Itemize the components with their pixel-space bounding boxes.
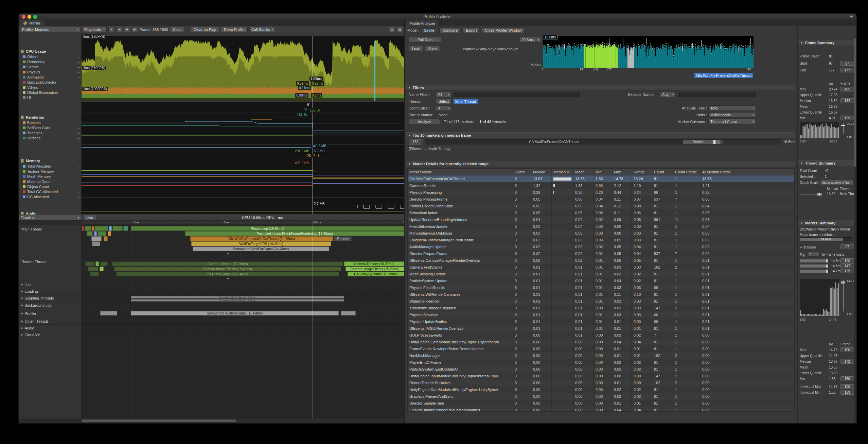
timeline-span-fragment[interactable] xyxy=(87,231,93,236)
timeline-span-fragment[interactable] xyxy=(123,226,128,231)
column-header[interactable]: Count xyxy=(652,169,673,175)
timeline-span-fragment[interactable] xyxy=(98,231,106,236)
timeline-span[interactable]: Render xyxy=(334,236,352,241)
module-legend-item[interactable]: Material Count– xyxy=(19,179,82,184)
timeline-span-fragment[interactable] xyxy=(90,272,99,276)
timeline-view-dropdown[interactable]: Timeline▾ xyxy=(19,215,81,220)
grid-view-icon[interactable]: ▦ xyxy=(397,27,403,32)
current-frame-icon[interactable]: ▶| xyxy=(132,27,138,32)
table-row[interactable]: MeshSkinning.Update30.010.010.010.030.02… xyxy=(408,271,794,277)
module-legend-item[interactable]: Texture Memory– xyxy=(19,169,82,174)
module-legend-item[interactable]: Total Allocated– xyxy=(19,164,82,169)
module-legend-item[interactable]: Mesh Memory– xyxy=(19,174,82,179)
top10-segment[interactable] xyxy=(715,140,720,144)
timeline-span[interactable]: Gfx.DrawDynamic (15.19ms) xyxy=(348,272,404,276)
table-row[interactable]: Physics.FetchResults30.010.010.010.030.0… xyxy=(408,284,794,291)
table-row[interactable]: FixedBehaviourUpdate30.030.040.030.060.0… xyxy=(408,223,794,230)
module-legend-item[interactable]: GC Allocated– xyxy=(19,194,82,199)
frame-jump-button[interactable]: 147 xyxy=(840,263,854,268)
table-row[interactable]: TransformChangedDispatch30.010.010.000.0… xyxy=(408,305,794,311)
module-legend-item[interactable]: Batches– xyxy=(19,120,82,125)
timeline-span-fragment[interactable] xyxy=(94,231,97,236)
playmode-dropdown[interactable]: Playmode▾ xyxy=(82,27,107,32)
live-toggle-button[interactable]: Live xyxy=(83,215,96,220)
table-row[interactable]: Graphics.PresentAndSync30.000.000.000.02… xyxy=(408,393,794,400)
units-dropdown[interactable]: Milliseconds▾ xyxy=(708,112,756,118)
top10-segment[interactable] xyxy=(720,140,723,144)
top10-section-header[interactable]: ▼Top 10 markers on median frame xyxy=(406,132,795,138)
column-header[interactable]: Median B... xyxy=(552,169,573,175)
module-legend-item[interactable]: Rendering– xyxy=(19,59,82,64)
table-row[interactable]: UnityEngine.CoreModule.dll!UnityEngine::… xyxy=(408,386,794,393)
timeline-span-fragment[interactable] xyxy=(82,226,84,231)
module-legend-item[interactable]: SetPass Calls– xyxy=(19,125,82,130)
column-header[interactable]: Max xyxy=(612,169,632,175)
timeline-span-fragment[interactable] xyxy=(92,226,94,231)
timeline-span[interactable]: Gfx.DrawDynamic (15.46ms) xyxy=(116,272,339,276)
timeline-span-fragment[interactable] xyxy=(109,226,112,231)
next-frame-icon[interactable]: ▶ xyxy=(124,27,130,32)
timeline-span-fragment[interactable] xyxy=(108,231,111,236)
audio-chart[interactable] xyxy=(82,198,404,214)
module-header[interactable]: CPU Usage xyxy=(19,49,82,54)
marker-summary-header[interactable]: ▼Marker Summary xyxy=(798,220,854,226)
table-row[interactable]: Monobehaviour.OnMouse_30.030.030.030.060… xyxy=(408,230,794,237)
list-view-icon[interactable]: ▤ xyxy=(389,27,395,32)
table-row[interactable]: Camera.Render31.321.330.932.121.198111.2… xyxy=(408,182,794,189)
column-header[interactable]: Mean xyxy=(573,169,594,175)
mode-single-button[interactable]: Single xyxy=(421,28,438,33)
thread-label[interactable]: Main Thread xyxy=(19,225,82,258)
timeline-span[interactable]: PlayerLoop (16.65ms) xyxy=(131,226,404,231)
top10-segment[interactable]: Render xyxy=(683,140,713,144)
table-row[interactable]: FrameEvents.NewInputBeforeRenderUpdate30… xyxy=(408,345,794,352)
tab-profiler[interactable]: Profiler xyxy=(20,20,44,26)
table-row[interactable]: BehaviourUpdate30.050.050.050.110.068110… xyxy=(408,209,794,216)
timeline-span[interactable]: Camera.ImageEffects (15.26ms) xyxy=(346,267,404,271)
selected-marker-label[interactable]: Gfx.WaitForPresentOnGfxThread xyxy=(694,73,753,78)
thread-label[interactable]: ▶CloudJob xyxy=(19,331,82,338)
profiler-modules-dropdown[interactable]: Profiler Modules▾ xyxy=(20,27,81,32)
timeline-span-fragment[interactable] xyxy=(94,226,108,231)
collapse-chevron-icon[interactable]: ▼ xyxy=(227,253,229,256)
table-row[interactable]: Physics.UpdateBodies30.010.010.010.010.0… xyxy=(408,318,794,325)
table-row[interactable]: Physics.Processing30.290.300.200.440.246… xyxy=(408,189,794,196)
table-row[interactable]: Director.ProcessFrame30.050.060.040.110.… xyxy=(408,196,794,203)
marker-details-header[interactable]: ▼Marker Details for currently selected r… xyxy=(406,161,795,167)
module-header[interactable]: Memory xyxy=(19,158,82,164)
depth-slice-dropdown[interactable]: 3▾ xyxy=(436,105,451,111)
column-header[interactable]: At Median Frame xyxy=(701,169,794,175)
name-filter-input[interactable] xyxy=(454,92,580,97)
module-legend-item[interactable]: VSync– xyxy=(19,85,82,90)
table-row[interactable]: FinalizeUpdateRendererBoundingVolumes30.… xyxy=(408,407,794,412)
timeline-span-fragment[interactable] xyxy=(92,241,100,246)
module-legend-item[interactable]: Vertices– xyxy=(19,135,82,140)
marker-histogram[interactable] xyxy=(800,279,839,316)
module-legend-item[interactable]: GarbageCollector– xyxy=(19,80,82,85)
timeline-playhead[interactable] xyxy=(313,221,313,419)
graph-scale-dropdown[interactable]: Upper quartile of frame ti▾ xyxy=(820,180,853,185)
table-row[interactable]: GUI.ProcessEvents30.000.010.000.030.0271… xyxy=(408,332,794,339)
tab-profile-analyzer[interactable]: Profile Analyzer xyxy=(406,20,439,27)
timeline-span[interactable]: WaitForTargetFPS (14.46ms) xyxy=(191,241,331,246)
frame-jump-button[interactable]: 129 xyxy=(840,269,854,273)
module-legend-item[interactable]: Total GC Allocated– xyxy=(19,189,82,194)
column-header[interactable]: Marker Name xyxy=(408,169,513,175)
table-row[interactable]: ParticleSystem.Update30.010.010.010.040.… xyxy=(408,277,794,284)
frame-jump-button[interactable]: 100 xyxy=(840,258,854,263)
frame-histogram[interactable] xyxy=(800,122,839,138)
marker-columns-dropdown[interactable]: Time and Count▾ xyxy=(708,119,756,124)
timeline-span[interactable]: PostLateUpdate.FinishFrameRendering (15.… xyxy=(185,231,404,236)
column-header[interactable]: Min xyxy=(594,169,612,175)
timeline-span-fragment[interactable] xyxy=(112,226,123,231)
first-frame-button[interactable]: 97 xyxy=(840,244,854,249)
table-row[interactable]: UnityEngine.InputModule.dll!UnityEngineI… xyxy=(408,373,794,379)
timeline-span[interactable]: Camera.Render (16.27ms) xyxy=(344,261,404,266)
module-legend-item[interactable]: Animation– xyxy=(19,74,82,80)
module-legend-item[interactable]: Object Count– xyxy=(19,184,82,189)
clear-on-play-button[interactable]: Clear on Play xyxy=(191,27,219,32)
timeline-span-fragment[interactable] xyxy=(100,267,104,271)
table-row[interactable]: Director.SampleTime30.000.000.000.010.01… xyxy=(408,400,794,407)
call-stacks-dropdown[interactable]: Call Stacks▾ xyxy=(249,27,275,32)
module-legend-item[interactable]: Scripts– xyxy=(19,64,82,69)
table-row[interactable]: ParticleSystem.EndUpdateAll30.000.000.00… xyxy=(408,366,794,373)
